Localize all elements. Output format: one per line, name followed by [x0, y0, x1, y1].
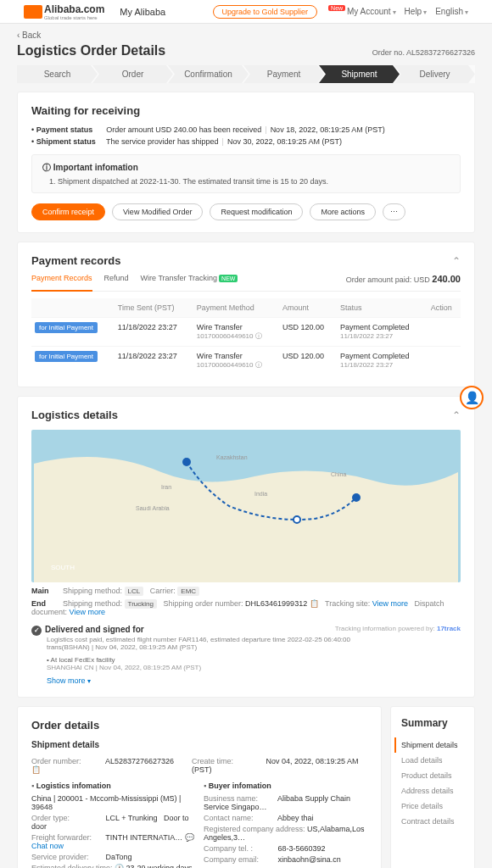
- svg-text:China: China: [331, 471, 346, 477]
- more-actions-button[interactable]: More actions: [310, 203, 376, 220]
- route-map[interactable]: Kazakhstan Iran India China Saudi Arabia…: [31, 430, 461, 582]
- show-more-tracking[interactable]: Show more: [47, 676, 91, 685]
- payment-table: Time Sent (PST)Payment Method AmountStat…: [31, 298, 461, 375]
- order-details-card: Order details Shipment details Order num…: [17, 706, 382, 869]
- confirm-receipt-button[interactable]: Confirm receipt: [31, 203, 105, 220]
- logistics-card: Logistics details ⌃ Kazakhstan Iran Indi…: [17, 396, 475, 698]
- svg-point-1: [182, 458, 191, 466]
- info-item: 1. Shipment dispatched at 2022-11-30. Th…: [49, 177, 450, 186]
- step-search: Search: [17, 65, 98, 83]
- step-shipment: Shipment: [319, 65, 400, 83]
- step-order: Order: [92, 65, 173, 83]
- summary-item[interactable]: Product details: [401, 768, 464, 783]
- waiting-card: Waiting for receiving • Payment status O…: [17, 92, 475, 233]
- payment-status-line: • Payment status Order amount USD 240.00…: [31, 125, 461, 134]
- tab-payment-records[interactable]: Payment Records: [31, 274, 92, 292]
- chevron-up-icon: ⌃: [452, 409, 461, 421]
- chat-fab[interactable]: 👤: [460, 386, 484, 409]
- summary-item[interactable]: Shipment details: [394, 737, 464, 753]
- important-info-box: Important infomation 1. Shipment dispatc…: [31, 154, 461, 193]
- svg-text:India: India: [254, 491, 267, 497]
- svg-text:Kazakhstan: Kazakhstan: [216, 454, 248, 460]
- step-delivery: Delivery: [394, 65, 475, 83]
- summary-item[interactable]: Contract details: [401, 814, 464, 829]
- nav-my-alibaba[interactable]: My Alibaba: [120, 7, 165, 17]
- step-confirmation: Confirmation: [168, 65, 249, 83]
- logo-text: Alibaba.com: [44, 3, 104, 15]
- view-more-tracking[interactable]: View more: [372, 599, 408, 608]
- progress-bar: Search Order Confirmation Payment Shipme…: [17, 65, 475, 83]
- amount-paid: Order amount paid: USD 240.00: [346, 274, 461, 286]
- end-line: End Shipping method: Trucking Shipping o…: [31, 599, 461, 616]
- main-line: Main Shipping method: LCL Carrier: EMC: [31, 587, 461, 595]
- summary-item[interactable]: Load details: [401, 753, 464, 768]
- logo[interactable]: Alibaba.com Global trade starts here: [24, 3, 104, 20]
- new-badge: New: [328, 5, 345, 11]
- table-row: for Initial Payment11/18/2022 23:27Wire …: [31, 318, 461, 347]
- table-row: for Initial Payment11/18/2022 23:27Wire …: [31, 347, 461, 376]
- svg-text:Iran: Iran: [161, 484, 171, 490]
- upgrade-button[interactable]: Upgrade to Gold Supplier: [213, 5, 318, 19]
- logistics-card-header[interactable]: Logistics details ⌃: [31, 409, 461, 421]
- logo-icon: [24, 5, 42, 19]
- back-link[interactable]: Back: [17, 24, 475, 43]
- request-mod-button[interactable]: Request modification: [210, 203, 303, 220]
- lang-menu[interactable]: English: [435, 7, 468, 16]
- svg-point-3: [294, 516, 300, 523]
- more-icon-button[interactable]: ⋯: [383, 203, 405, 220]
- tab-refund[interactable]: Refund: [104, 274, 129, 286]
- page-title: Logistics Order Details: [17, 43, 165, 58]
- summary-item[interactable]: Price details: [401, 798, 464, 814]
- summary-item[interactable]: Address details: [401, 783, 464, 798]
- info-title: Important infomation: [42, 162, 450, 174]
- tab-wire-tracking[interactable]: Wire Transfer TrackingNEW: [141, 274, 238, 286]
- svg-point-2: [352, 493, 361, 502]
- view-modified-button[interactable]: View Modified Order: [112, 203, 203, 220]
- help-menu[interactable]: Help: [405, 7, 428, 16]
- tracking-powered: Tracking information powered by: 17track: [335, 625, 461, 632]
- payment-records-card: Payment records ⌃ Payment Records Refund…: [17, 242, 475, 387]
- shipment-status-line: • Shipment status The service provider h…: [31, 137, 461, 146]
- waiting-title: Waiting for receiving: [31, 104, 461, 117]
- view-more-dispatch[interactable]: View more: [70, 608, 105, 616]
- logo-tagline: Global trade starts here: [44, 15, 104, 20]
- summary-panel: Summary Shipment detailsLoad detailsProd…: [390, 706, 475, 869]
- svg-text:Saudi Arabia: Saudi Arabia: [136, 505, 170, 511]
- svg-text:SOUTH: SOUTH: [51, 564, 75, 571]
- order-no: Order no. AL52837276627326: [372, 48, 475, 57]
- payment-card-header[interactable]: Payment records ⌃: [31, 254, 461, 267]
- chevron-up-icon: ⌃: [452, 255, 461, 267]
- step-payment: Payment: [243, 65, 324, 83]
- account-menu[interactable]: New My Account: [326, 7, 396, 16]
